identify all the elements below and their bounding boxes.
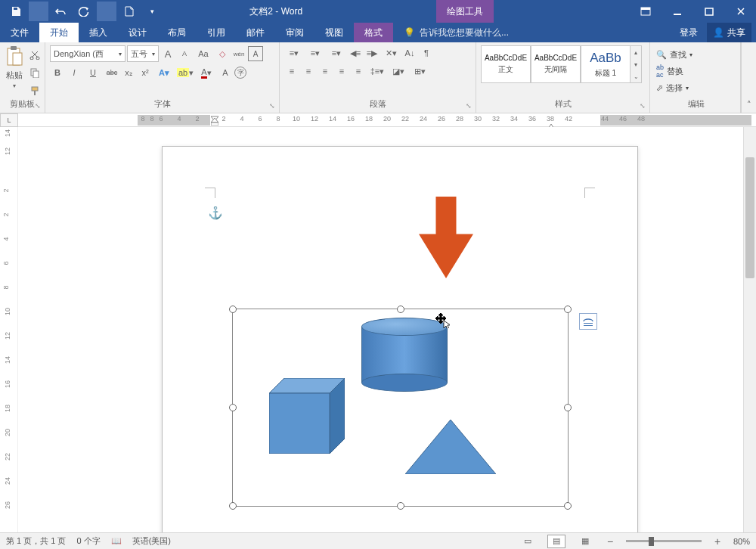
- asian-layout-button[interactable]: ✕▾: [381, 45, 401, 60]
- zoom-percent[interactable]: 80%: [733, 537, 750, 546]
- vertical-scrollbar[interactable]: [743, 127, 756, 532]
- line-spacing-button[interactable]: ‡≡▾: [367, 64, 387, 79]
- select-button[interactable]: ⬀选择▾: [656, 80, 736, 95]
- new-doc-button[interactable]: [119, 2, 139, 21]
- shrink-font-button[interactable]: A: [177, 46, 192, 61]
- borders-button[interactable]: ⊞▾: [410, 64, 429, 79]
- show-marks-button[interactable]: ¶: [419, 45, 434, 60]
- italic-button[interactable]: I: [67, 65, 82, 80]
- style-normal[interactable]: AaBbCcDdE 正文: [481, 45, 531, 83]
- view-print-button[interactable]: ▤: [547, 535, 565, 548]
- style-no-spacing[interactable]: AaBbCcDdE 无间隔: [531, 45, 581, 83]
- find-button[interactable]: 🔍查找▾: [656, 47, 736, 62]
- highlight-button[interactable]: ab▾: [175, 65, 195, 80]
- zoom-in-button[interactable]: +: [712, 535, 723, 547]
- char-shading-button[interactable]: A: [218, 65, 233, 80]
- resize-handle[interactable]: [564, 404, 572, 411]
- sort-button[interactable]: A↓: [402, 45, 417, 60]
- spellcheck-icon[interactable]: 📖: [111, 536, 122, 546]
- shape-cube[interactable]: [269, 378, 343, 454]
- tab-references[interactable]: 引用: [197, 23, 236, 42]
- format-painter-button[interactable]: [27, 83, 42, 98]
- align-justify-button[interactable]: ≡: [334, 64, 349, 79]
- zoom-slider[interactable]: [626, 540, 702, 542]
- view-read-button[interactable]: ▭: [519, 535, 537, 548]
- login-button[interactable]: 登录: [672, 26, 705, 39]
- bullets-button[interactable]: ≡▾: [284, 45, 304, 60]
- shape-triangle[interactable]: [405, 420, 496, 474]
- copy-button[interactable]: [27, 65, 42, 80]
- resize-handle[interactable]: [229, 502, 237, 510]
- zoom-out-button[interactable]: −: [605, 535, 615, 547]
- minimize-button[interactable]: [662, 0, 692, 23]
- font-size-combo[interactable]: 五号▾: [127, 45, 159, 62]
- style-heading1[interactable]: AaBb 标题 1: [581, 45, 631, 83]
- strike-button[interactable]: abc: [104, 65, 119, 80]
- bold-button[interactable]: B: [50, 65, 65, 80]
- tab-file[interactable]: 文件: [0, 23, 39, 42]
- tab-home[interactable]: 开始: [39, 23, 79, 42]
- view-web-button[interactable]: ▦: [576, 535, 594, 548]
- ribbon-options-button[interactable]: [631, 0, 661, 23]
- underline-button[interactable]: U: [83, 65, 103, 80]
- undo-button[interactable]: [51, 2, 71, 21]
- tell-me-search[interactable]: 💡 告诉我您想要做什么...: [393, 23, 672, 42]
- language-indicator[interactable]: 英语(美国): [132, 535, 171, 547]
- ruler-horizontal[interactable]: L 88642246810121416182022242628303234363…: [0, 113, 756, 127]
- scroll-thumb[interactable]: [745, 157, 754, 278]
- align-left-button[interactable]: ≡: [284, 64, 299, 79]
- redo-button[interactable]: [74, 2, 94, 21]
- distributed-button[interactable]: ≡: [351, 64, 366, 79]
- change-case-button[interactable]: Aa: [194, 46, 213, 61]
- resize-handle[interactable]: [397, 502, 404, 510]
- font-name-combo[interactable]: DengXian (西▾: [50, 45, 125, 62]
- replace-button[interactable]: abac替换: [656, 64, 736, 79]
- maximize-button[interactable]: [694, 0, 724, 23]
- font-color-button[interactable]: A▾: [197, 65, 216, 80]
- tab-review[interactable]: 审阅: [275, 23, 314, 42]
- grow-font-button[interactable]: A: [160, 46, 175, 61]
- qat-more-button[interactable]: ▾: [142, 2, 162, 21]
- share-button[interactable]: 👤 共享: [707, 23, 751, 42]
- resize-handle[interactable]: [564, 306, 572, 313]
- save-button[interactable]: [6, 2, 26, 21]
- phonetic-button[interactable]: wén: [231, 46, 246, 61]
- decrease-indent-button[interactable]: ◀≡: [348, 45, 363, 60]
- tab-format[interactable]: 格式: [354, 23, 393, 42]
- right-indent-marker[interactable]: [547, 119, 555, 126]
- clear-format-button[interactable]: ◇: [215, 46, 230, 61]
- clipboard-launcher[interactable]: ⤡: [33, 101, 42, 110]
- align-center-button[interactable]: ≡: [301, 64, 316, 79]
- multilevel-button[interactable]: ≡▾: [327, 45, 346, 60]
- tab-design[interactable]: 设计: [118, 23, 157, 42]
- styles-gallery-expand[interactable]: ▴▾⌄: [631, 45, 642, 83]
- resize-handle[interactable]: [229, 306, 237, 313]
- close-button[interactable]: [726, 0, 756, 23]
- resize-handle[interactable]: [397, 306, 404, 313]
- cut-button[interactable]: [27, 47, 42, 62]
- tab-mailings[interactable]: 邮件: [236, 23, 275, 42]
- text-effects-button[interactable]: A▾: [154, 65, 174, 80]
- paste-button[interactable]: 粘贴 ▾: [5, 45, 24, 89]
- ruler-vertical[interactable]: 141222468101214161820222426: [0, 127, 18, 532]
- tab-view[interactable]: 视图: [314, 23, 354, 42]
- document-viewport[interactable]: ⚓: [18, 127, 743, 532]
- paragraph-launcher[interactable]: ⤡: [464, 101, 473, 110]
- layout-options-button[interactable]: [579, 313, 597, 330]
- styles-launcher[interactable]: ⤡: [638, 101, 647, 110]
- numbering-button[interactable]: ≡▾: [305, 45, 325, 60]
- indent-marker[interactable]: [211, 113, 218, 126]
- subscript-button[interactable]: x₂: [121, 65, 136, 80]
- ruler-tab-selector[interactable]: L: [0, 113, 18, 127]
- resize-handle[interactable]: [564, 502, 572, 510]
- char-border-button[interactable]: A: [248, 46, 263, 61]
- shape-arrow[interactable]: [412, 196, 480, 279]
- font-launcher[interactable]: ⤡: [268, 101, 277, 110]
- collapse-ribbon-button[interactable]: ˄: [741, 42, 756, 113]
- superscript-button[interactable]: x²: [138, 65, 153, 80]
- align-right-button[interactable]: ≡: [318, 64, 333, 79]
- page-indicator[interactable]: 第 1 页，共 1 页: [6, 535, 66, 547]
- zoom-thumb[interactable]: [649, 537, 654, 546]
- enclose-char-button[interactable]: 字: [234, 67, 246, 79]
- tab-layout[interactable]: 布局: [157, 23, 197, 42]
